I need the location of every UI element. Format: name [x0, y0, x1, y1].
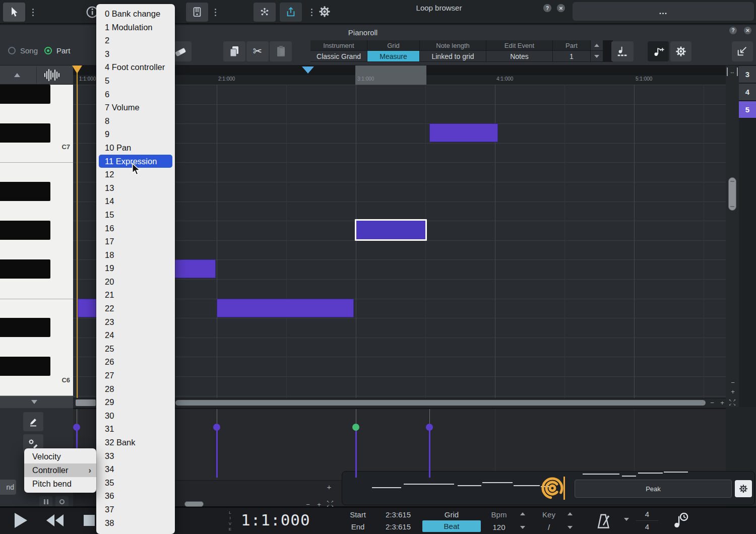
scroll-up-icon[interactable]: [14, 73, 20, 77]
cut-button[interactable]: ✂: [246, 41, 269, 61]
lane-zoom-in-button[interactable]: +: [316, 501, 323, 508]
controller-menu-item[interactable]: 2: [96, 34, 175, 47]
play-button[interactable]: [6, 509, 35, 532]
end-marker[interactable]: [302, 66, 314, 74]
controller-menu-item[interactable]: 18: [96, 248, 175, 262]
controller-menu-item[interactable]: 30: [96, 409, 175, 423]
spiral-logo-icon[interactable]: [541, 473, 566, 504]
lane-menu-item[interactable]: Pitch bend: [24, 477, 96, 491]
draw-tool-button[interactable]: [23, 412, 43, 431]
pianoroll-settings-gear-button[interactable]: [670, 41, 691, 61]
velocity-point[interactable]: [352, 424, 359, 431]
controller-menu-item[interactable]: 32 Bank: [96, 436, 175, 449]
key-value[interactable]: /: [534, 523, 563, 531]
settings-value-0[interactable]: Classic Grand: [310, 51, 367, 61]
part-tab-4[interactable]: 4: [739, 84, 756, 101]
add-note-button[interactable]: [648, 41, 669, 61]
waveform-icon[interactable]: [44, 68, 59, 82]
lane-type-partial-button[interactable]: nd: [0, 480, 16, 495]
controller-menu-item[interactable]: 6: [96, 88, 175, 101]
peak-settings-button[interactable]: [735, 480, 752, 497]
position-counter[interactable]: 1:1:000: [241, 511, 310, 529]
controller-menu-item[interactable]: 33: [96, 449, 175, 463]
piano-keyboard[interactable]: C7C6: [0, 85, 73, 396]
h-scrollbar-thumb[interactable]: [175, 400, 706, 406]
controller-menu-item[interactable]: 14: [96, 194, 175, 208]
part-tab-3[interactable]: 3: [739, 66, 756, 83]
controller-menu-item[interactable]: 23: [96, 315, 175, 329]
bpm-down-icon[interactable]: [520, 526, 525, 529]
controller-menu-item[interactable]: 38: [96, 516, 175, 530]
import-to-track-button[interactable]: [732, 41, 753, 61]
lane-h-scrollbar-thumb[interactable]: [184, 501, 204, 507]
loop-browser-close-icon[interactable]: ✕: [557, 4, 565, 12]
controller-menu-item[interactable]: 36: [96, 489, 175, 503]
midi-note[interactable]: [217, 299, 354, 317]
settings-value-1[interactable]: Measure: [367, 51, 419, 61]
controller-menu-item[interactable]: 24: [96, 328, 175, 342]
controller-menu-item[interactable]: 28: [96, 382, 175, 396]
song-radio[interactable]: [8, 47, 16, 54]
quantize-button[interactable]: [611, 41, 634, 61]
metronome-options-icon[interactable]: [624, 518, 629, 521]
settings-value-3[interactable]: Notes: [486, 51, 552, 61]
copy-button[interactable]: [223, 41, 245, 61]
controller-menu-item[interactable]: 13: [96, 181, 175, 195]
controller-menu-item[interactable]: 3: [96, 47, 175, 61]
h-zoom-fit-icon[interactable]: ↔: [727, 68, 738, 76]
controller-menu-item[interactable]: 29: [96, 395, 175, 409]
peak-bar[interactable]: Peak: [575, 480, 732, 498]
arrow-tool-button[interactable]: [3, 3, 25, 22]
view-options-kebab-icon[interactable]: [212, 6, 219, 18]
lane-expand-icon[interactable]: ↖↗↙↘: [327, 500, 335, 508]
pianoroll-view-button[interactable]: [186, 3, 208, 22]
scroll-down-icon[interactable]: [31, 400, 37, 404]
velocity-point[interactable]: [426, 424, 433, 431]
part-radio[interactable]: [44, 47, 52, 54]
expand-view-icon[interactable]: ↖↗↙↘: [729, 398, 737, 407]
key-down-icon[interactable]: [568, 526, 573, 529]
controller-menu-item[interactable]: 26: [96, 355, 175, 369]
key-up-icon[interactable]: [568, 512, 573, 515]
controller-menu-item[interactable]: 17: [96, 235, 175, 248]
small-button-record[interactable]: [55, 496, 69, 507]
bpm-value[interactable]: 120: [483, 523, 515, 531]
grid-value-chip[interactable]: Beat: [422, 520, 481, 532]
end-value[interactable]: 2:3:615: [379, 522, 417, 531]
controller-menu-item[interactable]: 15: [96, 208, 175, 222]
h-zoom-in-button[interactable]: +: [719, 399, 726, 406]
controller-menu-item[interactable]: 1 Modulation: [96, 21, 175, 34]
black-key[interactable]: [0, 318, 50, 337]
black-key[interactable]: [0, 85, 50, 104]
part-down-button[interactable]: [591, 51, 603, 61]
loop-browser-help-icon[interactable]: ?: [543, 4, 551, 12]
midi-note[interactable]: [429, 123, 498, 142]
controller-menu-item[interactable]: 4 Foot controller: [96, 60, 175, 74]
small-button-pause[interactable]: [39, 496, 52, 507]
part-up-button[interactable]: [591, 40, 603, 50]
lane-menu-item[interactable]: Velocity: [24, 450, 96, 463]
v-zoom-in-button[interactable]: +: [729, 388, 736, 395]
pianoroll-close-icon[interactable]: ✕: [744, 27, 751, 34]
lane-zoom-out-button[interactable]: −: [304, 501, 311, 508]
h-scrollbar-left-block[interactable]: [76, 399, 96, 406]
rewind-button[interactable]: [40, 509, 70, 532]
h-zoom-out-button[interactable]: −: [709, 399, 716, 406]
pianoroll-help-icon[interactable]: ?: [729, 27, 737, 34]
black-key[interactable]: [0, 259, 50, 279]
metronome-icon[interactable]: [593, 511, 614, 531]
controller-menu-item[interactable]: 25: [96, 342, 175, 356]
midi-note-selected[interactable]: [355, 219, 427, 241]
browser-options-bar[interactable]: ...: [573, 2, 754, 21]
controller-menu-item[interactable]: 21: [96, 288, 175, 302]
controller-menu-item[interactable]: 22: [96, 302, 175, 315]
black-key[interactable]: [0, 123, 50, 143]
controller-menu-item[interactable]: 0 Bank change: [96, 7, 175, 21]
controller-menu-item[interactable]: 16: [96, 222, 175, 235]
part-tab-5[interactable]: 5: [739, 101, 756, 118]
settings-value-4[interactable]: 1: [553, 51, 590, 61]
export-options-kebab-icon[interactable]: [308, 6, 315, 18]
settings-value-2[interactable]: Linked to grid: [420, 51, 486, 61]
black-key[interactable]: [0, 357, 50, 376]
controller-menu-item[interactable]: 37: [96, 503, 175, 516]
